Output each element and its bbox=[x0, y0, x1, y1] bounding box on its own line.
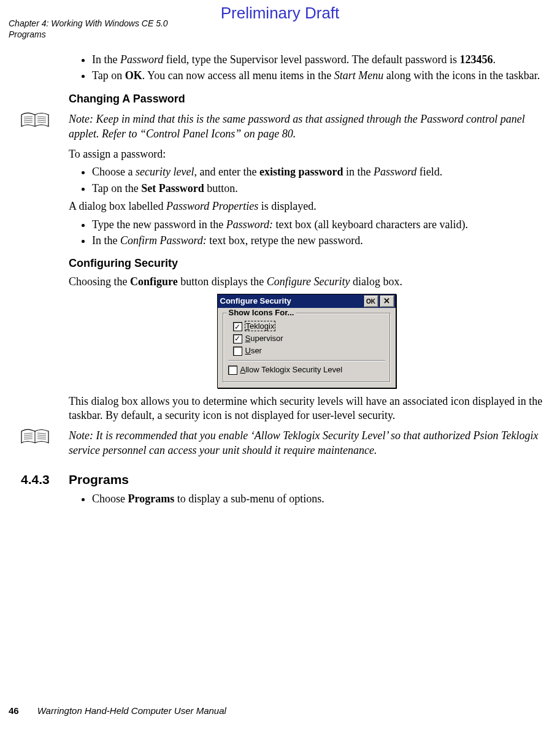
paragraph: A dialog box labelled Password Propertie… bbox=[69, 199, 544, 213]
page-content: In the Password field, type the Supervis… bbox=[69, 49, 544, 510]
show-icons-groupbox: Show Icons For... ✓ Teklogix ✓ Superviso… bbox=[223, 313, 391, 383]
section-heading-programs: 4.4.3Programs bbox=[69, 471, 544, 488]
text-bold: Configure bbox=[130, 275, 178, 288]
subheading-changing-password: Changing A Password bbox=[69, 92, 544, 106]
text-italic: security level bbox=[136, 166, 194, 178]
text-italic: Confirm Password: bbox=[120, 234, 207, 247]
text: field. bbox=[416, 166, 442, 178]
checkbox-label: Teklogix bbox=[245, 321, 275, 332]
text: A dialog box labelled bbox=[69, 200, 166, 212]
checkbox-icon[interactable]: ✓ bbox=[233, 322, 242, 331]
bullet-list-3: Type the new password in the Password: t… bbox=[69, 218, 544, 248]
underline-char: S bbox=[245, 334, 251, 343]
list-item: Tap on OK. You can now access all menu i… bbox=[92, 69, 544, 83]
book-icon bbox=[20, 111, 50, 133]
text: to display a sub-menu of options. bbox=[174, 493, 324, 505]
checkbox-icon[interactable] bbox=[233, 347, 242, 356]
checkbox-row-allow-teklogix[interactable]: Allow Teklogix Security Level bbox=[228, 365, 385, 375]
list-item: In the Confirm Password: text box, retyp… bbox=[92, 234, 544, 248]
text: Choose a bbox=[92, 166, 136, 178]
paragraph: Choosing the Configure button displays t… bbox=[69, 275, 544, 289]
text: Tap on the bbox=[92, 182, 141, 194]
dialog-titlebar[interactable]: Configure Security OK ✕ bbox=[218, 294, 396, 308]
ok-button[interactable]: OK bbox=[364, 295, 378, 307]
text: In the bbox=[92, 53, 120, 66]
note-label: Note: bbox=[69, 429, 96, 442]
configure-security-dialog: Configure Security OK ✕ Show Icons For..… bbox=[217, 294, 396, 388]
subheading-configuring-security: Configuring Security bbox=[69, 256, 544, 271]
section-title: Programs bbox=[69, 472, 129, 486]
note-label: Note: bbox=[69, 113, 96, 125]
list-item: Tap on the Set Password button. bbox=[92, 182, 544, 196]
list-item: Choose Programs to display a sub-menu of… bbox=[92, 492, 544, 506]
text-bold: 123456 bbox=[459, 53, 493, 66]
text: Type the new password in the bbox=[92, 218, 226, 231]
checkbox-row-user[interactable]: User bbox=[233, 346, 385, 356]
text-bold: Programs bbox=[128, 493, 175, 505]
checkbox-label: Supervisor bbox=[245, 334, 283, 344]
note-text: Keep in mind that this is the same passw… bbox=[69, 113, 525, 139]
checkbox-label: User bbox=[245, 346, 262, 356]
page-number: 46 bbox=[9, 705, 19, 716]
text: button displays the bbox=[178, 275, 267, 288]
text: button. bbox=[204, 182, 238, 194]
checkbox-label: Allow Teklogix Security Level bbox=[240, 365, 343, 375]
book-icon bbox=[20, 428, 50, 450]
underline-char: A bbox=[240, 365, 246, 374]
manual-title: Warrington Hand-Held Computer User Manua… bbox=[37, 705, 226, 716]
dialog-title: Configure Security bbox=[220, 296, 362, 307]
text: , and enter the bbox=[194, 166, 259, 178]
text: llow Teklogix Security Level bbox=[245, 365, 342, 374]
text: field, type the Supervisor level passwor… bbox=[163, 53, 459, 66]
list-item: Choose a security level, and enter the e… bbox=[92, 165, 544, 179]
text: text box, retype the new password. bbox=[207, 234, 363, 247]
text: Choose bbox=[92, 493, 128, 505]
header-line-2: Programs bbox=[9, 29, 168, 40]
checkbox-row-teklogix[interactable]: ✓ Teklogix bbox=[233, 321, 385, 332]
text-bold: Set Password bbox=[141, 182, 204, 194]
checkbox-row-supervisor[interactable]: ✓ Supervisor bbox=[233, 334, 385, 344]
text-bold: OK bbox=[125, 69, 142, 82]
section-number: 4.4.3 bbox=[21, 471, 69, 488]
divider bbox=[228, 360, 385, 361]
list-item: Type the new password in the Password: t… bbox=[92, 218, 544, 232]
text: text box (all keyboard characters are va… bbox=[273, 218, 468, 231]
note-text: It is recommended that you enable ‘Allow… bbox=[69, 429, 538, 456]
text-italic: Password: bbox=[226, 218, 273, 231]
header-line-1: Chapter 4: Working With Windows CE 5.0 bbox=[9, 18, 168, 29]
paragraph: To assign a password: bbox=[69, 147, 544, 161]
bullet-list-1: In the Password field, type the Supervis… bbox=[69, 53, 544, 83]
text-italic: Configure Security bbox=[267, 275, 350, 288]
groupbox-legend: Show Icons For... bbox=[227, 308, 296, 318]
running-header: Chapter 4: Working With Windows CE 5.0 P… bbox=[9, 18, 168, 40]
text-bold: existing password bbox=[259, 166, 343, 178]
text-italic: Password Properties bbox=[166, 200, 258, 212]
text: . You can now access all menu items in t… bbox=[142, 69, 334, 82]
page-footer: 46Warrington Hand-Held Computer User Man… bbox=[9, 705, 226, 716]
text-italic: Password bbox=[120, 53, 163, 66]
list-item: In the Password field, type the Supervis… bbox=[92, 53, 544, 67]
text: dialog box. bbox=[350, 275, 403, 288]
bullet-list-2: Choose a security level, and enter the e… bbox=[69, 165, 544, 196]
text: upervisor bbox=[250, 334, 283, 343]
paragraph: This dialog box allows you to determine … bbox=[69, 394, 544, 423]
text: Tap on bbox=[92, 69, 125, 82]
note-block: Note: Keep in mind that this is the same… bbox=[13, 110, 544, 144]
note-block: Note: It is recommended that you enable … bbox=[13, 426, 544, 460]
text: is displayed. bbox=[258, 200, 316, 212]
checkbox-icon[interactable]: ✓ bbox=[233, 334, 242, 343]
text-italic: Start Menu bbox=[334, 69, 384, 82]
text: Choosing the bbox=[69, 275, 130, 288]
underline-char: U bbox=[245, 346, 251, 355]
bullet-list-4: Choose Programs to display a sub-menu of… bbox=[69, 492, 544, 506]
checkbox-icon[interactable] bbox=[228, 366, 237, 375]
text: in the bbox=[343, 166, 374, 178]
text: ser bbox=[251, 346, 262, 355]
text: along with the icons in the taskbar. bbox=[383, 69, 540, 82]
close-icon[interactable]: ✕ bbox=[380, 295, 394, 307]
text-italic: Password bbox=[374, 166, 416, 178]
text: In the bbox=[92, 234, 120, 247]
text: eklogix bbox=[250, 321, 274, 331]
text: . bbox=[493, 53, 496, 66]
